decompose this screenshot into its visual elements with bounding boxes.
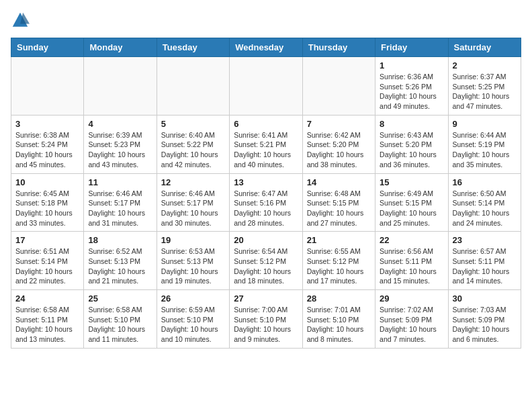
- calendar-cell: 26Sunrise: 6:59 AM Sunset: 5:10 PM Dayli…: [157, 290, 229, 349]
- calendar-cell: 1Sunrise: 6:36 AM Sunset: 5:26 PM Daylig…: [375, 57, 448, 116]
- calendar-cell: 12Sunrise: 6:46 AM Sunset: 5:17 PM Dayli…: [157, 173, 229, 232]
- day-number: 16: [453, 177, 517, 187]
- day-info: Sunrise: 6:41 AM Sunset: 5:21 PM Dayligh…: [234, 130, 298, 170]
- day-info: Sunrise: 6:59 AM Sunset: 5:10 PM Dayligh…: [161, 305, 225, 345]
- calendar-cell: 30Sunrise: 7:03 AM Sunset: 5:09 PM Dayli…: [448, 290, 521, 349]
- calendar-week-row: 1Sunrise: 6:36 AM Sunset: 5:26 PM Daylig…: [11, 57, 521, 116]
- day-info: Sunrise: 6:55 AM Sunset: 5:12 PM Dayligh…: [307, 246, 371, 286]
- weekday-header-tuesday: Tuesday: [157, 38, 229, 57]
- calendar-cell: 2Sunrise: 6:37 AM Sunset: 5:25 PM Daylig…: [448, 57, 521, 116]
- weekday-header-wednesday: Wednesday: [230, 38, 302, 57]
- calendar-cell: [11, 57, 84, 116]
- logo: [11, 11, 32, 30]
- weekday-header-friday: Friday: [375, 38, 448, 57]
- calendar-cell: 17Sunrise: 6:51 AM Sunset: 5:14 PM Dayli…: [11, 232, 84, 290]
- calendar-cell: 13Sunrise: 6:47 AM Sunset: 5:16 PM Dayli…: [230, 173, 302, 232]
- day-info: Sunrise: 6:54 AM Sunset: 5:12 PM Dayligh…: [234, 246, 298, 286]
- calendar-cell: 8Sunrise: 6:43 AM Sunset: 5:20 PM Daylig…: [375, 115, 448, 173]
- calendar-cell: 7Sunrise: 6:42 AM Sunset: 5:20 PM Daylig…: [302, 115, 375, 173]
- calendar-cell: 9Sunrise: 6:44 AM Sunset: 5:19 PM Daylig…: [448, 115, 521, 173]
- calendar-cell: 24Sunrise: 6:58 AM Sunset: 5:11 PM Dayli…: [11, 290, 84, 349]
- calendar-cell: 25Sunrise: 6:58 AM Sunset: 5:10 PM Dayli…: [84, 290, 157, 349]
- calendar-cell: 16Sunrise: 6:50 AM Sunset: 5:14 PM Dayli…: [448, 173, 521, 232]
- day-number: 7: [307, 119, 371, 129]
- calendar-cell: [157, 57, 229, 116]
- day-info: Sunrise: 6:52 AM Sunset: 5:13 PM Dayligh…: [88, 246, 152, 286]
- calendar-cell: 6Sunrise: 6:41 AM Sunset: 5:21 PM Daylig…: [230, 115, 302, 173]
- calendar-cell: 4Sunrise: 6:39 AM Sunset: 5:23 PM Daylig…: [84, 115, 157, 173]
- calendar-cell: [84, 57, 157, 116]
- day-number: 14: [307, 177, 371, 187]
- calendar-cell: 29Sunrise: 7:02 AM Sunset: 5:09 PM Dayli…: [375, 290, 448, 349]
- calendar-cell: 11Sunrise: 6:46 AM Sunset: 5:17 PM Dayli…: [84, 173, 157, 232]
- day-number: 17: [15, 235, 79, 245]
- day-info: Sunrise: 6:42 AM Sunset: 5:20 PM Dayligh…: [307, 130, 371, 170]
- day-number: 25: [88, 293, 152, 304]
- day-number: 20: [234, 235, 298, 245]
- day-info: Sunrise: 6:51 AM Sunset: 5:14 PM Dayligh…: [15, 246, 79, 286]
- day-number: 3: [15, 119, 79, 129]
- day-info: Sunrise: 6:46 AM Sunset: 5:17 PM Dayligh…: [161, 189, 225, 228]
- weekday-header-sunday: Sunday: [11, 38, 84, 57]
- day-number: 4: [88, 119, 152, 129]
- calendar-cell: 19Sunrise: 6:53 AM Sunset: 5:13 PM Dayli…: [157, 232, 229, 290]
- calendar-cell: [302, 57, 375, 116]
- day-number: 18: [88, 235, 152, 245]
- weekday-header-row: SundayMondayTuesdayWednesdayThursdayFrid…: [11, 38, 521, 57]
- calendar-cell: [230, 57, 302, 116]
- day-number: 19: [161, 235, 225, 245]
- calendar-cell: 18Sunrise: 6:52 AM Sunset: 5:13 PM Dayli…: [84, 232, 157, 290]
- calendar-week-row: 10Sunrise: 6:45 AM Sunset: 5:18 PM Dayli…: [11, 173, 521, 232]
- calendar-cell: 15Sunrise: 6:49 AM Sunset: 5:15 PM Dayli…: [375, 173, 448, 232]
- weekday-header-thursday: Thursday: [302, 38, 375, 57]
- day-number: 11: [88, 177, 152, 187]
- day-number: 28: [307, 293, 371, 304]
- calendar-cell: 27Sunrise: 7:00 AM Sunset: 5:10 PM Dayli…: [230, 290, 302, 349]
- calendar-cell: 28Sunrise: 7:01 AM Sunset: 5:10 PM Dayli…: [302, 290, 375, 349]
- day-info: Sunrise: 6:47 AM Sunset: 5:16 PM Dayligh…: [234, 189, 298, 228]
- logo-icon: [11, 11, 30, 30]
- day-info: Sunrise: 6:40 AM Sunset: 5:22 PM Dayligh…: [161, 130, 225, 170]
- day-info: Sunrise: 6:58 AM Sunset: 5:11 PM Dayligh…: [15, 305, 79, 345]
- day-number: 2: [453, 60, 517, 71]
- day-number: 30: [453, 293, 517, 304]
- day-number: 13: [234, 177, 298, 187]
- weekday-header-monday: Monday: [84, 38, 157, 57]
- day-info: Sunrise: 6:48 AM Sunset: 5:15 PM Dayligh…: [307, 189, 371, 228]
- day-number: 23: [453, 235, 517, 245]
- day-info: Sunrise: 6:38 AM Sunset: 5:24 PM Dayligh…: [15, 130, 79, 170]
- day-info: Sunrise: 6:44 AM Sunset: 5:19 PM Dayligh…: [453, 130, 517, 170]
- day-number: 26: [161, 293, 225, 304]
- calendar-cell: 10Sunrise: 6:45 AM Sunset: 5:18 PM Dayli…: [11, 173, 84, 232]
- day-number: 15: [380, 177, 443, 187]
- calendar-cell: 5Sunrise: 6:40 AM Sunset: 5:22 PM Daylig…: [157, 115, 229, 173]
- day-info: Sunrise: 6:43 AM Sunset: 5:20 PM Dayligh…: [380, 130, 443, 170]
- day-number: 10: [15, 177, 79, 187]
- calendar-week-row: 24Sunrise: 6:58 AM Sunset: 5:11 PM Dayli…: [11, 290, 521, 349]
- day-number: 8: [380, 119, 443, 129]
- day-info: Sunrise: 6:49 AM Sunset: 5:15 PM Dayligh…: [380, 189, 443, 228]
- calendar-week-row: 3Sunrise: 6:38 AM Sunset: 5:24 PM Daylig…: [11, 115, 521, 173]
- day-info: Sunrise: 7:01 AM Sunset: 5:10 PM Dayligh…: [307, 305, 371, 345]
- day-number: 22: [380, 235, 443, 245]
- day-info: Sunrise: 6:58 AM Sunset: 5:10 PM Dayligh…: [88, 305, 152, 345]
- day-number: 9: [453, 119, 517, 129]
- day-number: 1: [380, 60, 443, 71]
- calendar-table: SundayMondayTuesdayWednesdayThursdayFrid…: [11, 38, 521, 349]
- calendar-cell: 23Sunrise: 6:57 AM Sunset: 5:11 PM Dayli…: [448, 232, 521, 290]
- day-info: Sunrise: 6:37 AM Sunset: 5:25 PM Dayligh…: [453, 72, 517, 111]
- calendar-cell: 3Sunrise: 6:38 AM Sunset: 5:24 PM Daylig…: [11, 115, 84, 173]
- day-number: 12: [161, 177, 225, 187]
- day-info: Sunrise: 6:53 AM Sunset: 5:13 PM Dayligh…: [161, 246, 225, 286]
- page-header: [11, 11, 521, 30]
- day-info: Sunrise: 7:00 AM Sunset: 5:10 PM Dayligh…: [234, 305, 298, 345]
- day-number: 27: [234, 293, 298, 304]
- day-info: Sunrise: 6:50 AM Sunset: 5:14 PM Dayligh…: [453, 189, 517, 228]
- day-number: 24: [15, 293, 79, 304]
- calendar-cell: 14Sunrise: 6:48 AM Sunset: 5:15 PM Dayli…: [302, 173, 375, 232]
- day-number: 29: [380, 293, 443, 304]
- day-number: 21: [307, 235, 371, 245]
- day-info: Sunrise: 6:45 AM Sunset: 5:18 PM Dayligh…: [15, 189, 79, 228]
- day-number: 6: [234, 119, 298, 129]
- day-info: Sunrise: 6:57 AM Sunset: 5:11 PM Dayligh…: [453, 246, 517, 286]
